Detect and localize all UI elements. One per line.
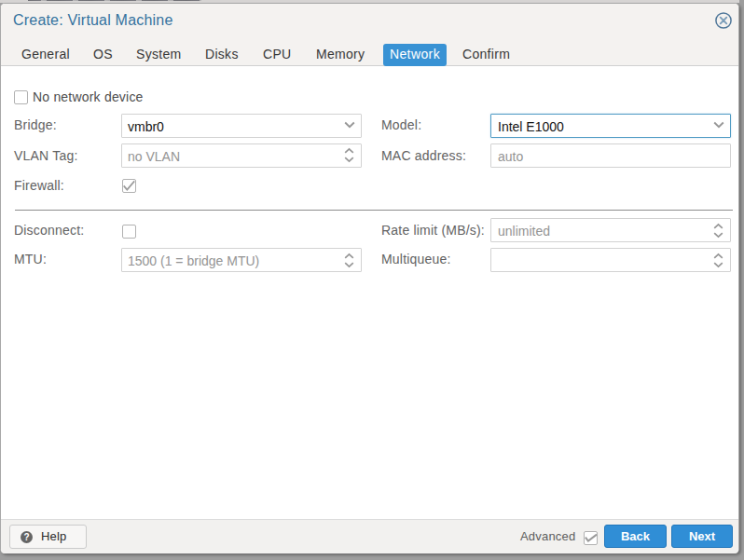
svg-text:?: ? — [23, 532, 29, 542]
